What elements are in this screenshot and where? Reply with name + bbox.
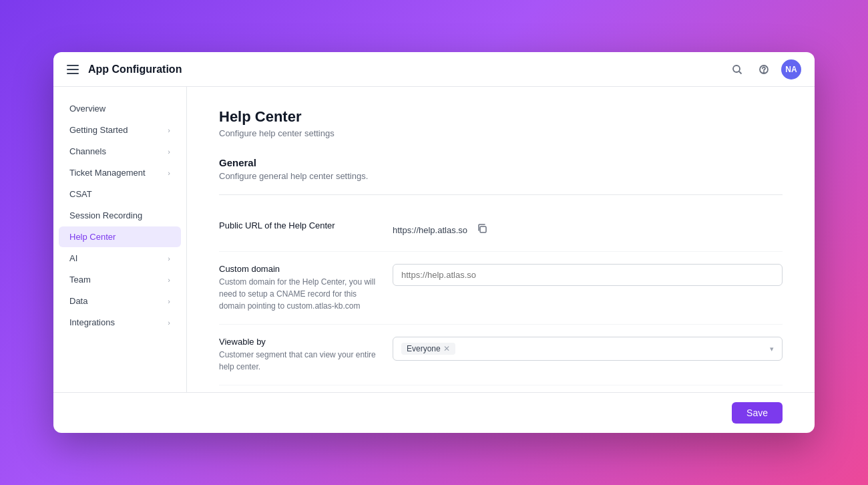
sidebar-item-label: AI [69,253,77,263]
viewable-by-tag-everyone: Everyone ✕ [401,343,455,355]
divider [219,194,783,195]
tag-label: Everyone [407,344,441,353]
app-window: App Configuration NA Overview [53,52,815,433]
settings-row-redirect-404: Redirect to home instead of 404 page [219,385,783,392]
chevron-right-icon: › [168,297,170,305]
sidebar-item-data[interactable]: Data › [59,291,181,311]
sidebar-item-overview[interactable]: Overview [59,98,181,119]
settings-label-public-url: Public URL of the Help Center [219,220,377,230]
sidebar-item-ticket-management[interactable]: Ticket Management › [59,162,181,183]
remove-everyone-tag[interactable]: ✕ [443,344,450,353]
settings-label-custom-domain: Custom domain [219,264,377,274]
chevron-right-icon: › [168,276,170,284]
url-value: https://help.atlas.so [393,225,467,235]
settings-desc-custom-domain: Custom domain for the Help Center, you w… [219,276,377,312]
app-title: App Configuration [88,63,728,75]
custom-domain-input[interactable] [393,264,783,286]
viewable-by-select[interactable]: Everyone ✕ ▾ [393,337,783,361]
sidebar-item-label: Overview [69,104,105,114]
chevron-right-icon: › [168,319,170,327]
page-title: Help Center [219,108,783,126]
sidebar-item-integrations[interactable]: Integrations › [59,312,181,333]
sidebar-item-label: Data [69,296,87,306]
sidebar-item-channels[interactable]: Channels › [59,141,181,162]
main-layout: Overview Getting Started › Channels › Ti… [53,87,815,392]
sidebar-item-label: CSAT [69,189,92,199]
svg-rect-4 [480,226,486,232]
chevron-right-icon: › [168,169,170,177]
svg-line-1 [739,71,742,74]
page-subtitle: Configure help center settings [219,128,783,138]
settings-label-viewable-by: Viewable by [219,337,377,347]
settings-desc-viewable-by: Customer segment that can view your enti… [219,349,377,373]
url-display: https://help.atlas.so [393,220,490,239]
chevron-right-icon: › [168,148,170,156]
svg-point-0 [733,65,740,72]
sidebar-item-label: Team [69,275,91,285]
chevron-right-icon: › [168,126,170,134]
chevron-down-icon: ▾ [770,345,774,353]
copy-url-button[interactable] [474,220,490,239]
sidebar-item-label: Channels [69,146,106,156]
sidebar-item-csat[interactable]: CSAT [59,184,181,204]
help-icon[interactable] [754,60,773,79]
save-button[interactable]: Save [732,402,783,424]
titlebar: App Configuration NA [53,52,815,87]
section-title: General [219,157,783,168]
search-icon[interactable] [728,60,746,79]
sidebar-item-label: Ticket Management [69,168,146,178]
sidebar-item-ai[interactable]: AI › [59,248,181,269]
sidebar-item-label: Help Center [69,232,116,242]
settings-row-viewable-by: Viewable by Customer segment that can vi… [219,325,783,385]
section-subtitle: Configure general help center settings. [219,171,783,181]
titlebar-actions: NA [728,59,801,79]
settings-row-public-url: Public URL of the Help Center https://he… [219,208,783,252]
sidebar-item-label: Integrations [69,317,115,327]
sidebar: Overview Getting Started › Channels › Ti… [53,87,187,392]
content-area: Help Center Configure help center settin… [187,87,815,392]
avatar[interactable]: NA [781,59,801,79]
sidebar-item-session-recording[interactable]: Session Recording [59,205,181,226]
settings-row-custom-domain: Custom domain Custom domain for the Help… [219,252,783,325]
sidebar-item-getting-started[interactable]: Getting Started › [59,120,181,140]
sidebar-item-label: Getting Started [69,125,128,135]
chevron-right-icon: › [168,255,170,263]
sidebar-item-help-center[interactable]: Help Center [59,226,181,247]
menu-icon[interactable] [67,65,79,74]
sidebar-item-label: Session Recording [69,210,142,220]
sidebar-item-team[interactable]: Team › [59,269,181,290]
bottom-bar: Save [53,392,815,433]
svg-point-3 [764,71,765,72]
